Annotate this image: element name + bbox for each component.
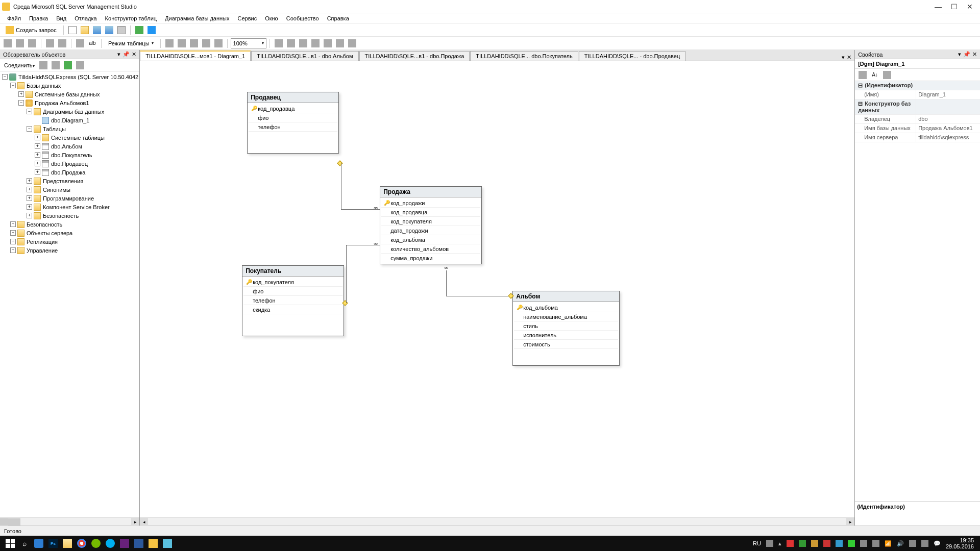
- canvas-hscroll[interactable]: ◂▸: [140, 517, 854, 525]
- obex-btn-4[interactable]: [75, 60, 86, 71]
- tray-icon[interactable]: [811, 540, 818, 547]
- obex-hscroll[interactable]: ◂▸: [0, 517, 139, 525]
- taskbar-word[interactable]: [132, 536, 146, 550]
- obex-btn-3[interactable]: [62, 60, 74, 71]
- tb2-btn-17[interactable]: [322, 38, 333, 49]
- tray-icon[interactable]: [823, 540, 830, 547]
- tray-icon[interactable]: [766, 540, 773, 547]
- new-file-button[interactable]: [67, 24, 78, 36]
- close-button[interactable]: ✕: [967, 3, 973, 11]
- tree-table-buyer[interactable]: +dbo.Покупатель: [0, 151, 139, 159]
- taskbar-chrome[interactable]: [75, 536, 89, 550]
- notifications-icon[interactable]: 💬: [934, 540, 941, 547]
- tab-sale[interactable]: TILLDAHIDD\SQLE...в1 - dbo.Продажа: [359, 51, 470, 61]
- tree-sysdb[interactable]: +Системные базы данных: [0, 90, 139, 98]
- save-button[interactable]: [91, 24, 103, 36]
- menu-file[interactable]: Файл: [3, 14, 25, 22]
- tray-icon[interactable]: [848, 540, 855, 547]
- tree-programming[interactable]: +Программирование: [0, 194, 139, 203]
- menu-service[interactable]: Сервис: [234, 14, 261, 22]
- tabs-dropdown-icon[interactable]: ▾: [842, 54, 845, 61]
- taskbar-photoshop[interactable]: Ps: [46, 536, 60, 550]
- tray-icon[interactable]: [860, 540, 867, 547]
- table-mode-dropdown[interactable]: Режим таблицы ▾: [105, 39, 157, 48]
- tree-tables-folder[interactable]: −Таблицы: [0, 124, 139, 133]
- search-button[interactable]: ⌕: [17, 536, 32, 550]
- tree-views[interactable]: +Представления: [0, 177, 139, 185]
- events-button[interactable]: [881, 69, 893, 81]
- tb2-btn-18[interactable]: [334, 38, 346, 49]
- tb2-btn-9[interactable]: [176, 38, 187, 49]
- tree-replication[interactable]: +Репликация: [0, 237, 139, 246]
- tree-broker[interactable]: +Компонент Service Broker: [0, 203, 139, 211]
- close-pane-icon[interactable]: ✕: [132, 51, 136, 58]
- pin-icon[interactable]: 📌: [122, 51, 130, 58]
- taskbar-edge[interactable]: [32, 536, 46, 550]
- tray-up-icon[interactable]: ▴: [778, 540, 781, 547]
- tree-diagram-1[interactable]: dbo.Diagram_1: [0, 116, 139, 124]
- tray-icon[interactable]: [836, 540, 843, 547]
- save-all-button[interactable]: [104, 24, 115, 36]
- tree-server[interactable]: − TilldaHidd\SQLExpress (SQL Server 10.5…: [0, 72, 139, 81]
- start-button[interactable]: [3, 536, 17, 550]
- tb2-btn-10[interactable]: [188, 38, 200, 49]
- diagram-canvas[interactable]: Продавец 🔑код_продавца фио телефон Прода…: [140, 61, 854, 517]
- obex-btn-2[interactable]: [50, 60, 61, 71]
- dropdown-icon[interactable]: ▾: [958, 51, 961, 58]
- prop-category[interactable]: ⊟ Конструктор баз данных: [855, 99, 980, 115]
- prop-row[interactable]: Владелецdbo: [855, 115, 980, 124]
- tb2-btn-15[interactable]: [298, 38, 309, 49]
- taskbar-explorer[interactable]: [60, 536, 75, 550]
- lang-indicator[interactable]: RU: [753, 540, 761, 546]
- tray-icon[interactable]: [921, 540, 928, 547]
- dropdown-icon[interactable]: ▾: [117, 51, 120, 58]
- prop-row[interactable]: Имя сервераtilldahidd\sqlexpress: [855, 133, 980, 142]
- activity-monitor-button[interactable]: [134, 24, 145, 36]
- tray-icon[interactable]: [909, 540, 916, 547]
- tree-server-objects[interactable]: +Объекты сервера: [0, 229, 139, 237]
- tree-databases[interactable]: − Базы данных: [0, 81, 139, 90]
- maximize-button[interactable]: ☐: [951, 3, 958, 11]
- open-file-button[interactable]: [79, 24, 90, 36]
- diagram-table-album[interactable]: Альбом 🔑код_альбома наименование_альбома…: [512, 291, 620, 366]
- tb2-btn-16[interactable]: [310, 38, 321, 49]
- taskbar-app[interactable]: [160, 536, 175, 550]
- diagram-table-sale[interactable]: Продажа 🔑код_продажи код_продавца код_по…: [380, 186, 482, 264]
- tab-seller[interactable]: TILLDAHIDD\SQLE... - dbo.Продавец: [579, 51, 686, 61]
- alphabetize-button[interactable]: A↓: [869, 69, 880, 81]
- print-button[interactable]: [116, 24, 127, 36]
- clock[interactable]: 19:35 29.05.2016: [946, 537, 974, 549]
- menu-view[interactable]: Вид: [52, 14, 70, 22]
- prop-row[interactable]: Имя базы данныхПродажа Альбомов1: [855, 124, 980, 133]
- tree-synonyms[interactable]: +Синонимы: [0, 185, 139, 194]
- tree-table-sale[interactable]: +dbo.Продажа: [0, 168, 139, 177]
- taskbar-skype[interactable]: [103, 536, 117, 550]
- new-query-button[interactable]: Создать запрос: [2, 24, 60, 36]
- tree-table-seller[interactable]: +dbo.Продавец: [0, 159, 139, 168]
- registered-servers-button[interactable]: [146, 24, 157, 36]
- taskbar-ssms[interactable]: [146, 536, 160, 550]
- tb2-btn-3[interactable]: [27, 38, 38, 49]
- menu-table-designer[interactable]: Конструктор таблиц: [101, 14, 161, 22]
- tab-buyer[interactable]: TILLDAHIDD\SQLE... dbo.Покупатель: [470, 51, 578, 61]
- menu-debug[interactable]: Отладка: [70, 14, 101, 22]
- zoom-combo[interactable]: 100% ▾: [231, 38, 266, 48]
- tree-userdb[interactable]: −Продажа Альбомов1: [0, 98, 139, 107]
- tb2-btn-6[interactable]: [75, 38, 86, 49]
- tree-db-security[interactable]: +Безопасность: [0, 211, 139, 220]
- volume-icon[interactable]: 🔊: [897, 540, 904, 547]
- tb2-btn-14[interactable]: [285, 38, 297, 49]
- minimize-button[interactable]: —: [935, 3, 942, 11]
- tb2-btn-4[interactable]: [44, 38, 56, 49]
- tray-icon[interactable]: [872, 540, 879, 547]
- tab-album[interactable]: TILLDAHIDD\SQLE...в1 - dbo.Альбом: [251, 51, 358, 61]
- pin-icon[interactable]: 📌: [963, 51, 970, 58]
- tab-diagram1[interactable]: TILLDAHIDD\SQLE...мов1 - Diagram_1: [140, 51, 251, 61]
- tree-security[interactable]: +Безопасность: [0, 220, 139, 229]
- tree-table-album[interactable]: +dbo.Альбом: [0, 142, 139, 151]
- network-icon[interactable]: 📶: [885, 540, 892, 547]
- tb2-btn-19[interactable]: [347, 38, 358, 49]
- menu-db-diagram[interactable]: Диаграмма базы данных: [161, 14, 233, 22]
- tb2-btn-13[interactable]: [273, 38, 284, 49]
- tb2-btn-2[interactable]: [14, 38, 26, 49]
